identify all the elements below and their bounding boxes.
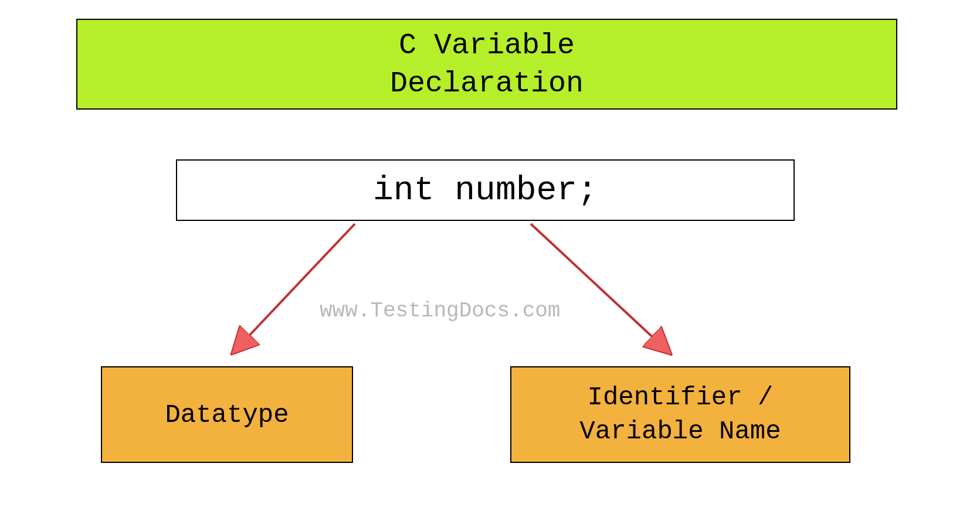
identifier-box: Identifier / Variable Name [510, 366, 850, 463]
datatype-label: Datatype [165, 400, 289, 430]
watermark: www.TestingDocs.com [320, 299, 560, 323]
identifier-line2: Variable Name [579, 415, 781, 448]
title-box: C Variable Declaration [76, 19, 897, 110]
title-line2: Declaration [390, 64, 584, 103]
datatype-box: Datatype [101, 366, 353, 463]
title-line1: C Variable [399, 26, 575, 64]
identifier-line1: Identifier / [588, 381, 774, 414]
code-text: int number; [373, 171, 598, 209]
svg-line-3 [531, 224, 657, 341]
code-declaration: int number; [176, 159, 795, 221]
